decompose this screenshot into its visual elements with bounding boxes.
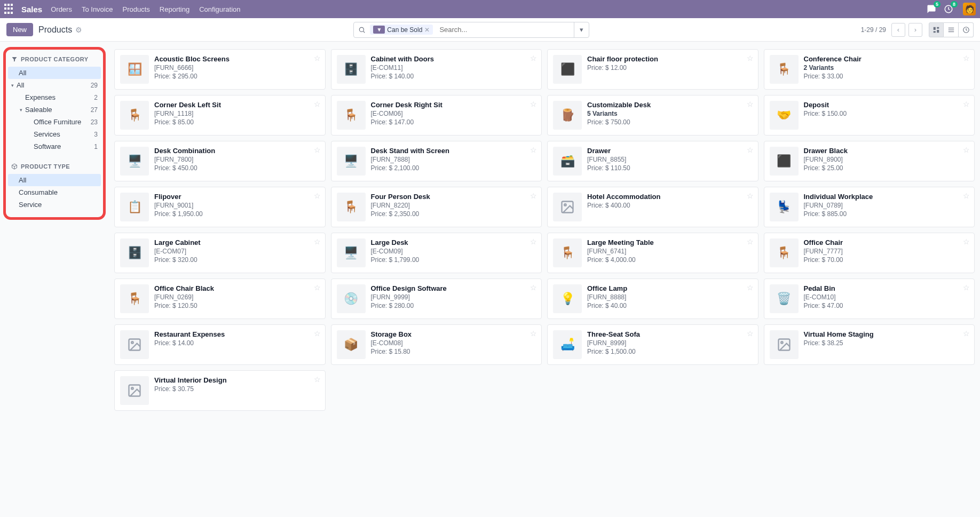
favorite-star-icon[interactable]: ☆ [747, 54, 754, 62]
activity-view-button[interactable] [959, 22, 974, 37]
favorite-star-icon[interactable]: ☆ [530, 237, 537, 246]
product-card[interactable]: Restaurant ExpensesPrice: $ 14.00☆ [114, 324, 326, 365]
favorite-star-icon[interactable]: ☆ [314, 192, 321, 200]
product-card[interactable]: 🪑Corner Desk Right Sit[E-COM06]Price: $ … [331, 95, 542, 136]
product-card[interactable]: Virtual Home StagingPrice: $ 38.25☆ [764, 324, 975, 365]
product-info: Pedal Bin[E-COM10]Price: $ 47.00 [804, 284, 969, 313]
favorite-star-icon[interactable]: ☆ [747, 329, 754, 338]
category-item[interactable]: ▾Saleable27 [8, 104, 101, 116]
favorite-star-icon[interactable]: ☆ [963, 329, 970, 338]
nav-orders[interactable]: Orders [51, 5, 72, 13]
favorite-star-icon[interactable]: ☆ [747, 100, 754, 108]
category-item[interactable]: ▾All29 [8, 79, 101, 91]
favorite-star-icon[interactable]: ☆ [963, 283, 970, 292]
product-card[interactable]: Hotel AccommodationPrice: $ 400.00☆ [547, 187, 758, 227]
favorite-star-icon[interactable]: ☆ [314, 375, 321, 384]
product-card[interactable]: 🪑Office Chair[FURN_7777]Price: $ 70.00☆ [764, 233, 975, 273]
product-card[interactable]: 🪑Office Chair Black[FURN_0269]Price: $ 1… [114, 279, 326, 319]
favorite-star-icon[interactable]: ☆ [530, 100, 537, 108]
product-card[interactable]: 🖥️Large Desk[E-COM09]Price: $ 1,799.00☆ [331, 233, 542, 273]
category-item[interactable]: Expenses2 [8, 91, 101, 104]
favorite-star-icon[interactable]: ☆ [530, 146, 537, 154]
product-card[interactable]: 🗄️Cabinet with Doors[E-COM11]Price: $ 14… [331, 49, 542, 90]
product-card[interactable]: 🪑Conference Chair2 VariantsPrice: $ 33.0… [764, 49, 975, 90]
type-item[interactable]: Consumable [8, 186, 101, 198]
favorite-star-icon[interactable]: ☆ [314, 146, 321, 154]
product-card[interactable]: 🪟Acoustic Bloc Screens[FURN_6666]Price: … [114, 49, 326, 90]
type-item[interactable]: All [8, 174, 101, 186]
product-card[interactable]: ⬛Chair floor protectionPrice: $ 12.00☆ [547, 49, 758, 90]
nav-reporting[interactable]: Reporting [160, 5, 189, 13]
product-name: Drawer [587, 147, 753, 155]
product-info: Corner Desk Left Sit[FURN_1118]Price: $ … [154, 101, 320, 130]
product-card[interactable]: 🖥️Desk Stand with Screen[FURN_7888]Price… [331, 141, 542, 181]
product-card[interactable]: 🗃️Drawer[FURN_8855]Price: $ 110.50☆ [547, 141, 758, 181]
product-card[interactable]: 📋Flipover[FURN_9001]Price: $ 1,950.00☆ [114, 187, 326, 227]
pager-prev-button[interactable]: ‹ [891, 23, 905, 37]
favorite-star-icon[interactable]: ☆ [530, 192, 537, 200]
product-card[interactable]: 🗑️Pedal Bin[E-COM10]Price: $ 47.00☆ [764, 279, 975, 319]
favorite-star-icon[interactable]: ☆ [963, 100, 970, 108]
favorite-star-icon[interactable]: ☆ [530, 329, 537, 338]
activity-icon[interactable]: 8 [944, 4, 953, 14]
category-item[interactable]: Services3 [8, 128, 101, 140]
favorite-star-icon[interactable]: ☆ [747, 237, 754, 246]
favorite-star-icon[interactable]: ☆ [314, 283, 321, 292]
pager-next-button[interactable]: › [908, 23, 922, 37]
new-button[interactable]: New [6, 23, 33, 36]
product-card[interactable]: 🖥️Desk Combination[FURN_7800]Price: $ 45… [114, 141, 326, 181]
product-name: Four Person Desk [371, 193, 536, 201]
product-type-header: PRODUCT TYPE [8, 161, 101, 174]
type-item[interactable]: Service [8, 198, 101, 211]
product-sku: [FURN_0269] [154, 293, 320, 301]
favorite-star-icon[interactable]: ☆ [747, 146, 754, 154]
favorite-star-icon[interactable]: ☆ [530, 54, 537, 62]
nav-products[interactable]: Products [122, 5, 149, 13]
favorite-star-icon[interactable]: ☆ [314, 329, 321, 338]
kanban-view-button[interactable] [929, 22, 944, 37]
nav-configuration[interactable]: Configuration [199, 5, 240, 13]
product-card[interactable]: ⬛Drawer Black[FURN_8900]Price: $ 25.00☆ [764, 141, 975, 181]
favorite-star-icon[interactable]: ☆ [963, 54, 970, 62]
product-card[interactable]: 🗄️Large Cabinet[E-COM07]Price: $ 320.00☆ [114, 233, 326, 273]
favorite-star-icon[interactable]: ☆ [963, 192, 970, 200]
gear-icon[interactable]: ⚙ [75, 26, 82, 34]
remove-filter-icon[interactable]: ✕ [424, 26, 430, 34]
user-avatar[interactable]: 🧑 [963, 3, 976, 15]
product-price: Price: $ 38.25 [804, 339, 969, 347]
favorite-star-icon[interactable]: ☆ [314, 100, 321, 108]
favorite-star-icon[interactable]: ☆ [963, 237, 970, 246]
category-item[interactable]: Office Furniture23 [8, 116, 101, 128]
favorite-star-icon[interactable]: ☆ [747, 192, 754, 200]
messages-icon[interactable]: 5 [927, 4, 936, 14]
product-card[interactable]: 🪑Large Meeting Table[FURN_6741]Price: $ … [547, 233, 758, 273]
product-sku: [E-COM06] [371, 110, 536, 117]
product-card[interactable]: 💺Individual Workplace[FURN_0789]Price: $… [764, 187, 975, 227]
favorite-star-icon[interactable]: ☆ [963, 146, 970, 154]
favorite-star-icon[interactable]: ☆ [314, 54, 321, 62]
search-icon[interactable] [354, 26, 370, 34]
apps-icon[interactable] [4, 4, 15, 14]
product-card[interactable]: Virtual Interior DesignPrice: $ 30.75☆ [114, 370, 326, 411]
favorite-star-icon[interactable]: ☆ [530, 283, 537, 292]
filter-chip-can-be-sold[interactable]: ▼ Can be Sold ✕ [370, 25, 433, 35]
product-card[interactable]: 🪵Customizable Desk5 VariantsPrice: $ 750… [547, 95, 758, 136]
product-card[interactable]: 🤝DepositPrice: $ 150.00☆ [764, 95, 975, 136]
search-dropdown-icon[interactable]: ▾ [574, 22, 589, 37]
product-card[interactable]: 📦Storage Box[E-COM08]Price: $ 15.80☆ [331, 324, 542, 365]
app-brand[interactable]: Sales [21, 5, 42, 14]
product-card[interactable]: 💿Office Design Software[FURN_9999]Price:… [331, 279, 542, 319]
favorite-star-icon[interactable]: ☆ [314, 237, 321, 246]
topbar: Sales Orders To Invoice Products Reporti… [0, 0, 980, 18]
list-view-button[interactable] [944, 22, 959, 37]
category-item[interactable]: Software1 [8, 140, 101, 153]
product-card[interactable]: 🪑Four Person Desk[FURN_8220]Price: $ 2,3… [331, 187, 542, 227]
nav-to-invoice[interactable]: To Invoice [82, 5, 113, 13]
favorite-star-icon[interactable]: ☆ [747, 283, 754, 292]
search-input[interactable] [435, 26, 574, 34]
activity-badge: 8 [951, 1, 958, 7]
category-all-active[interactable]: All [8, 67, 101, 79]
product-card[interactable]: 💡Office Lamp[FURN_8888]Price: $ 40.00☆ [547, 279, 758, 319]
product-card[interactable]: 🛋️Three-Seat Sofa[FURN_8999]Price: $ 1,5… [547, 324, 758, 365]
product-card[interactable]: 🪑Corner Desk Left Sit[FURN_1118]Price: $… [114, 95, 326, 136]
